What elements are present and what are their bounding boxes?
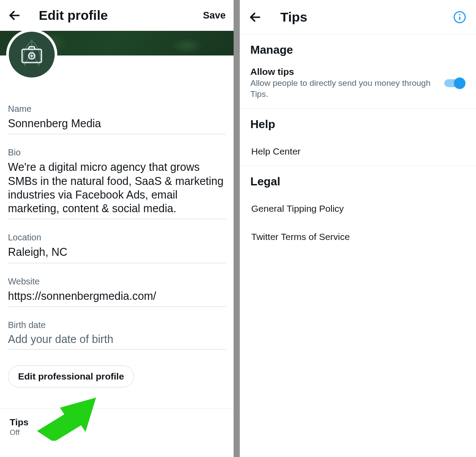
bio-value: We're a digital micro agency that grows … (8, 160, 226, 215)
website-value: https://sonnenbergmedia.com/ (8, 289, 226, 303)
allow-tips-toggle[interactable] (443, 77, 465, 89)
tips-label: Tips (10, 417, 224, 428)
back-button[interactable] (249, 11, 266, 24)
manage-section-header: Manage (240, 34, 476, 63)
tips-status: Off (10, 428, 224, 437)
help-section-header: Help (240, 109, 476, 137)
edit-professional-button[interactable]: Edit professional profile (8, 365, 134, 387)
page-title: Tips (280, 10, 452, 25)
birth-placeholder: Add your date of birth (8, 333, 226, 346)
general-tipping-policy-link[interactable]: General Tipping Policy (240, 195, 476, 223)
avatar-edit[interactable] (6, 29, 57, 80)
twitter-tos-link[interactable]: Twitter Terms of Service (240, 223, 476, 251)
page-title: Edit profile (39, 8, 203, 23)
location-field[interactable]: Location Raleigh, NC (8, 232, 226, 263)
profile-banner[interactable] (0, 31, 234, 55)
help-center-link[interactable]: Help Center (240, 137, 476, 166)
allow-tips-title: Allow tips (250, 66, 437, 77)
website-label: Website (8, 276, 226, 287)
svg-point-9 (459, 14, 460, 15)
bio-label: Bio (8, 147, 226, 158)
birth-field[interactable]: Birth date Add your date of birth (8, 320, 226, 350)
tips-row[interactable]: Tips Off (0, 409, 234, 442)
birth-label: Birth date (8, 320, 226, 330)
tips-screen: Tips Manage Allow tips Allow people to d… (240, 0, 476, 457)
info-button[interactable] (452, 10, 467, 25)
back-button[interactable] (8, 9, 26, 22)
name-field[interactable]: Name Sonnenberg Media (8, 104, 226, 134)
location-value: Raleigh, NC (8, 245, 226, 259)
website-field[interactable]: Website https://sonnenbergmedia.com/ (8, 276, 226, 307)
legal-section-header: Legal (240, 166, 476, 195)
name-value: Sonnenberg Media (8, 117, 226, 130)
tips-header: Tips (240, 0, 476, 34)
info-icon (453, 11, 466, 24)
arrow-left-icon (249, 11, 262, 24)
allow-tips-desc: Allow people to directly send you money … (250, 78, 437, 100)
toggle-thumb (454, 77, 465, 89)
allow-tips-row: Allow tips Allow people to directly send… (240, 63, 476, 109)
screens-divider (234, 0, 240, 457)
camera-add-icon (21, 46, 42, 63)
edit-profile-header: Edit profile Save (0, 0, 234, 31)
location-label: Location (8, 232, 226, 243)
bio-field[interactable]: Bio We're a digital micro agency that gr… (8, 147, 226, 219)
name-label: Name (8, 104, 226, 114)
edit-profile-screen: Edit profile Save Name Sonnenberg Media … (0, 0, 234, 457)
arrow-left-icon (8, 9, 21, 22)
avatar (9, 32, 55, 77)
save-button[interactable]: Save (203, 10, 226, 21)
